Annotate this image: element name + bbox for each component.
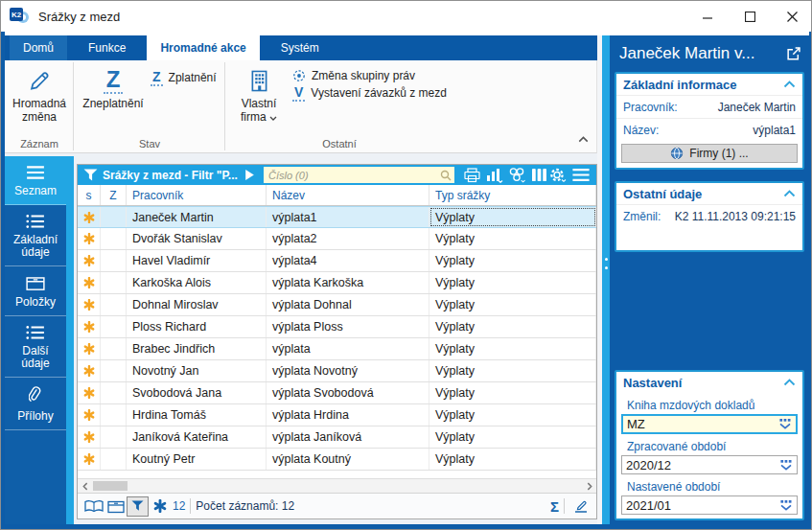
open-external-icon[interactable]: [786, 47, 800, 65]
tab-funkce[interactable]: Funkce: [75, 35, 139, 60]
cell-typ: Výplaty: [429, 404, 596, 426]
grouping-icon[interactable]: [506, 167, 527, 183]
records-table: Srážky z mezd - Filtr "P... s Z Pracovní…: [77, 164, 597, 519]
table-row[interactable]: Novotný Jan výplata Novotný Výplaty: [78, 360, 596, 382]
maximize-button[interactable]: [729, 1, 771, 32]
cell-typ: Výplaty: [429, 250, 596, 271]
hromadna-zmena-button[interactable]: Hromadná změna: [9, 64, 70, 133]
z-validate-icon: Z: [151, 70, 163, 86]
settings-gear-icon[interactable]: [547, 167, 568, 183]
record-star-cell: [78, 449, 101, 470]
vystaveni-zavazku-button[interactable]: V Vystavení závazků z mezd: [292, 84, 447, 102]
scrollbar-thumb[interactable]: [93, 481, 128, 491]
cell-z: [101, 382, 127, 403]
table-row[interactable]: Svobodová Jana výplata Svobodová Výplaty: [78, 382, 596, 404]
sidebar-item-prilohy[interactable]: Přílohy: [5, 378, 66, 430]
firmy-button[interactable]: Firmy (1) ...: [621, 144, 798, 163]
table-row[interactable]: Koutný Petr výplata Koutný Výplaty: [78, 449, 596, 471]
cell-typ: Výplaty: [429, 272, 596, 293]
zneplatneni-button[interactable]: Z Zneplatnění: [80, 64, 147, 133]
column-header-nazev[interactable]: Název: [267, 185, 429, 205]
zmena-skupiny-prav-button[interactable]: Změna skupiny práv: [292, 67, 415, 84]
cell-z: [101, 228, 127, 249]
filter-toggle-icon[interactable]: [127, 496, 149, 517]
collapse-section-icon[interactable]: [783, 81, 796, 88]
box-view-icon[interactable]: [104, 496, 127, 517]
window-border-bottom: [1, 524, 812, 530]
cell-typ: Výplaty: [429, 207, 596, 227]
minimize-button[interactable]: [686, 1, 729, 32]
zpracovane-input[interactable]: [622, 458, 776, 472]
box-icon: [26, 275, 45, 291]
scroll-right-icon[interactable]: [582, 479, 596, 493]
run-filter-icon[interactable]: [244, 165, 255, 185]
table-row[interactable]: Dohnal Miroslav výplata Dohnal Výplaty: [78, 294, 596, 316]
cell-typ: Výplaty: [429, 338, 596, 359]
status-divider: [190, 498, 191, 514]
tab-domu[interactable]: Domů: [10, 35, 67, 60]
table-row[interactable]: Janeček Martin výplata1 Výplaty: [78, 206, 596, 228]
kniha-input[interactable]: [623, 417, 775, 431]
asterisk-icon: [83, 453, 95, 465]
pencil-icon: [28, 64, 51, 97]
asterisk-status-icon[interactable]: [149, 496, 171, 517]
scroll-left-icon[interactable]: [78, 479, 92, 493]
cell-z: [101, 316, 127, 337]
record-star-cell: [78, 250, 101, 271]
collapse-section-icon[interactable]: [783, 190, 796, 197]
column-header-s[interactable]: s: [78, 185, 101, 205]
table-body: Janeček Martin výplata1 Výplaty Dvořák S…: [78, 206, 596, 471]
tab-hromadne-akce[interactable]: Hromadné akce: [147, 35, 259, 60]
column-header-pracovnik[interactable]: Pracovník: [127, 185, 267, 205]
panel-accent-strip[interactable]: [602, 35, 610, 524]
sidebar-item-polozky[interactable]: Položky: [5, 266, 66, 316]
horizontal-scrollbar[interactable]: [78, 478, 596, 493]
dropdown-icon[interactable]: [775, 419, 796, 429]
table-row[interactable]: Dvořák Stanislav výplata2 Výplaty: [78, 228, 596, 250]
asterisk-icon: [83, 255, 95, 266]
sidebar-item-dalsi-udaje[interactable]: Další údaje: [5, 316, 66, 378]
edit-pencil-icon[interactable]: [569, 496, 592, 517]
vlastni-firma-button[interactable]: Vlastní firma: [231, 64, 287, 133]
asterisk-icon: [83, 431, 95, 443]
ribbon-collapse-icon[interactable]: [578, 129, 589, 147]
dropdown-icon[interactable]: [776, 500, 797, 511]
sum-icon[interactable]: Σ: [550, 498, 559, 515]
section-title: Nastavení: [623, 376, 682, 390]
tab-system[interactable]: Systém: [267, 35, 333, 60]
cell-pracovnik: Brabec Jindřich: [127, 338, 267, 359]
book-view-icon[interactable]: [82, 496, 104, 517]
table-row[interactable]: Havel Vladimír výplata4 Výplaty: [78, 250, 596, 272]
ribbon-tab-bar: Domů Funkce Hromadné akce Systém: [5, 35, 597, 60]
zpracovane-label: Zpracované období: [616, 434, 802, 455]
dropdown-icon[interactable]: [776, 460, 797, 471]
column-header-z[interactable]: Z: [101, 185, 127, 205]
record-star-cell: [78, 294, 101, 315]
table-row[interactable]: Brabec Jindřich výplata Výplaty: [78, 338, 596, 360]
asterisk-icon: [83, 365, 95, 377]
table-row[interactable]: Janíková Kateřina výplata Janíková Výpla…: [78, 426, 596, 449]
chart-icon[interactable]: [484, 167, 505, 183]
column-header-row: s Z Pracovník Název Typ srážky: [78, 185, 596, 206]
columns-icon[interactable]: [528, 167, 549, 183]
sidebar-item-seznam[interactable]: Seznam: [5, 156, 66, 205]
table-menu-icon[interactable]: [570, 167, 592, 183]
cell-z: [101, 426, 127, 448]
print-icon[interactable]: [461, 167, 482, 183]
cell-pracovnik: Karkoška Alois: [127, 272, 267, 293]
cell-pracovnik: Svobodová Jana: [127, 382, 267, 403]
cell-pracovnik: Ploss Richard: [127, 316, 267, 337]
sidebar-item-zakladni-udaje[interactable]: Základní údaje: [5, 205, 66, 266]
column-header-typ[interactable]: Typ srážky: [429, 185, 596, 205]
collapse-section-icon[interactable]: [783, 379, 796, 386]
cell-z: [101, 272, 127, 293]
close-button[interactable]: [771, 1, 812, 32]
table-row[interactable]: Karkoška Alois výplata Karkoška Výplaty: [78, 272, 596, 294]
filter-icon[interactable]: [83, 165, 98, 185]
search-input[interactable]: [264, 170, 440, 181]
table-row[interactable]: Ploss Richard výplata Ploss Výplaty: [78, 316, 596, 338]
nastavene-input[interactable]: [622, 498, 776, 513]
zplatneni-button[interactable]: Z Zplatnění: [151, 69, 217, 86]
table-row[interactable]: Hrdina Tomáš výplata Hrdina Výplaty: [78, 404, 596, 426]
cell-pracovnik: Koutný Petr: [127, 449, 267, 470]
